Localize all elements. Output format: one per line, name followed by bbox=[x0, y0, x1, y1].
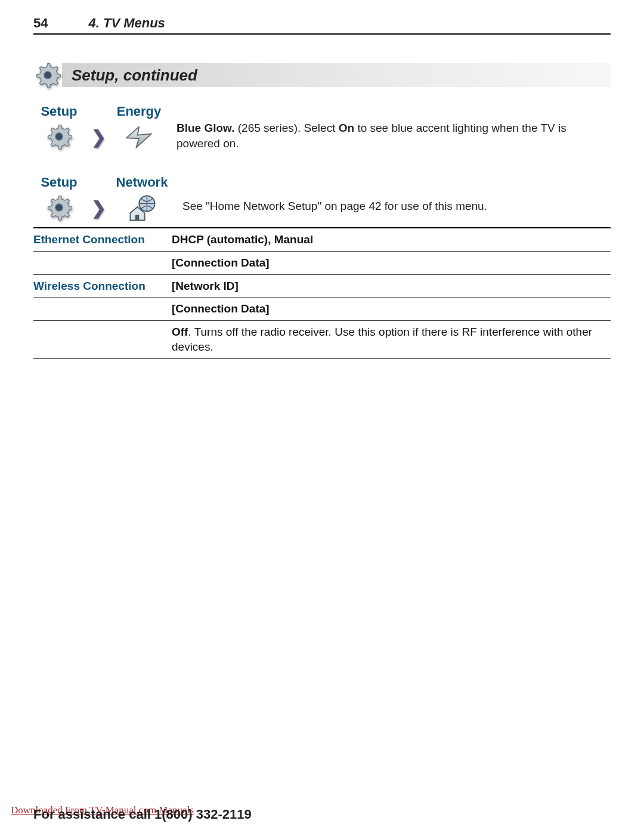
arrow-right-icon: ❯ bbox=[89, 126, 109, 147]
gear-icon bbox=[46, 123, 72, 150]
assistance-footer: For assistance call 1(800) 332-2119 bbox=[33, 807, 252, 822]
menu-path-energy: Setup ❯ Energy bbox=[33, 104, 611, 151]
network-settings-table: Ethernet Connection DHCP (automatic), Ma… bbox=[33, 227, 611, 366]
table-row bbox=[33, 359, 611, 367]
path-setup-label: Setup bbox=[41, 104, 77, 119]
menu-path-network: Setup ❯ Network bbox=[33, 175, 611, 221]
row-value: DHCP (automatic), Manual bbox=[172, 228, 611, 251]
table-row: Ethernet Connection DHCP (automatic), Ma… bbox=[33, 228, 611, 251]
table-row: [Connection Data] bbox=[33, 251, 611, 274]
path-network-label: Network bbox=[116, 175, 168, 190]
page-number: 54 bbox=[33, 16, 48, 31]
section-heading-bar: Setup, continued bbox=[33, 61, 611, 89]
arrow-right-icon: ❯ bbox=[89, 197, 109, 218]
row-label: Wireless Connection bbox=[33, 274, 172, 298]
gear-icon bbox=[46, 194, 72, 221]
path-setup-label: Setup bbox=[41, 175, 77, 190]
chapter-title: 4. TV Menus bbox=[88, 16, 165, 31]
svg-point-0 bbox=[44, 72, 51, 79]
table-row: Wireless Connection [Network ID] bbox=[33, 274, 611, 298]
table-row: Off. Turns off the radio receiver. Use t… bbox=[33, 320, 611, 358]
row-value: [Network ID] bbox=[172, 274, 611, 298]
page-header: 54 4. TV Menus bbox=[33, 16, 611, 35]
energy-description: Blue Glow. (265 series). Select On to se… bbox=[171, 104, 611, 151]
table-row: [Connection Data] bbox=[33, 298, 611, 321]
section-title: Setup, continued bbox=[72, 66, 197, 85]
gear-icon bbox=[33, 62, 62, 88]
svg-point-2 bbox=[55, 204, 63, 211]
network-globe-house-icon bbox=[125, 194, 159, 221]
path-energy-label: Energy bbox=[117, 104, 162, 119]
network-intro: See "Home Network Setup" on page 42 for … bbox=[177, 175, 611, 214]
energy-bolt-icon bbox=[122, 123, 156, 150]
row-value: [Connection Data] bbox=[172, 298, 611, 321]
row-value: [Connection Data] bbox=[172, 251, 611, 274]
svg-point-1 bbox=[55, 133, 63, 140]
svg-rect-4 bbox=[135, 215, 140, 220]
row-label: Ethernet Connection bbox=[33, 228, 172, 251]
row-value: Off. Turns off the radio receiver. Use t… bbox=[172, 320, 611, 358]
